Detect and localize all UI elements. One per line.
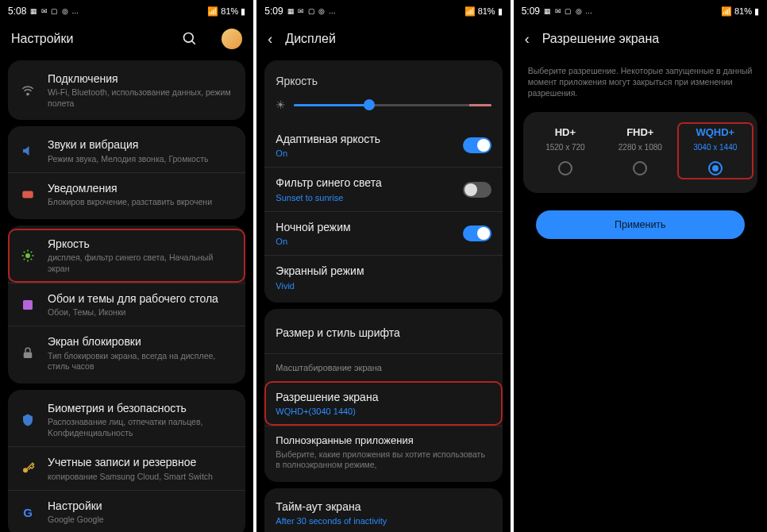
statusbar: 5:09 ▦ ✉ ▢ ◎ … 📶 81% ▮ — [256, 0, 510, 22]
settings-row-wifi[interactable]: Подключения Wi-Fi, Bluetooth, использова… — [8, 64, 245, 117]
svg-rect-14 — [24, 353, 33, 359]
row-sub: On — [276, 148, 451, 159]
row-sub: Режим звука, Мелодия звонка, Громкость — [48, 154, 234, 165]
lock-icon — [19, 346, 37, 360]
row-sub: Vivid — [276, 280, 491, 291]
radio-icon — [633, 161, 647, 175]
statusbar: 5:08 ▦ ✉ ▢ ◎ … 📶 81% ▮ — [0, 0, 253, 22]
row-title: Настройки — [48, 499, 234, 513]
resolution-option-fhd[interactable]: FHD+ 2280 x 1080 — [603, 123, 677, 179]
toggle[interactable] — [463, 182, 491, 198]
row-sub: дисплея, фильтр синего света, Начальный … — [48, 253, 234, 274]
resolution-option-wqhd[interactable]: WQHD+ 3040 x 1440 — [678, 123, 753, 179]
svg-point-0 — [184, 33, 194, 43]
row-sub: After 30 seconds of inactivity — [276, 515, 491, 526]
row-sub: Распознавание лиц, отпечатки пальцев, Ko… — [48, 417, 234, 438]
settings-row-key[interactable]: Учетные записи и резервное копирование S… — [8, 446, 245, 490]
page-title: Настройки — [11, 32, 169, 46]
row-sub: Обои, Темы, Иконки — [48, 307, 234, 318]
display-row[interactable]: Размер и стиль шрифта — [264, 312, 502, 353]
row-sub: Блокиров вкрочение, разставить вкрочени — [48, 197, 234, 208]
battery-icon: ▮ — [498, 6, 503, 17]
row-title: Размер и стиль шрифта — [276, 326, 491, 340]
settings-row-notif[interactable]: Уведомления Блокиров вкрочение, разстави… — [8, 172, 245, 216]
resolution-option-hd[interactable]: HD+ 1520 x 720 — [528, 123, 603, 179]
settings-row-google[interactable]: G Настройки Google Google — [8, 490, 245, 532]
svg-line-9 — [24, 252, 25, 253]
key-icon — [19, 461, 37, 476]
display-row[interactable]: Адаптивная яркостьOn — [264, 124, 502, 167]
display-row[interactable]: Полноэкранные приложенияВыберите, какие … — [264, 426, 502, 479]
svg-rect-3 — [22, 191, 33, 199]
row-title: Обои и темы для рабочего стола — [48, 291, 234, 306]
svg-line-10 — [31, 259, 33, 260]
brightness-slider[interactable] — [294, 104, 491, 106]
svg-point-4 — [25, 253, 30, 258]
settings-row-bright[interactable]: Яркость дисплея, фильтр синего света, На… — [8, 229, 245, 282]
battery-text: 81% — [478, 6, 495, 16]
row-title: Адаптивная яркость — [276, 132, 451, 146]
profile-avatar[interactable] — [222, 29, 242, 49]
status-icons-left: ▦ ✉ ▢ ◎ … — [544, 7, 593, 15]
battery-icon: ▮ — [241, 6, 245, 17]
row-title: Подключения — [48, 71, 234, 86]
settings-row-sound[interactable]: Звуки и вибрация Режим звука, Мелодия зв… — [8, 129, 245, 172]
row-sub: Google Google — [48, 515, 234, 526]
row-title: Звуки и вибрация — [48, 137, 234, 152]
display-row[interactable]: Фильтр синего светаSunset to sunrise — [264, 167, 502, 210]
resolution-options: HD+ 1520 x 720 FHD+ 2280 x 1080 WQHD+ 30… — [523, 112, 757, 193]
toggle[interactable] — [463, 226, 491, 241]
brightness-label: Яркость — [264, 64, 502, 91]
row-sub: Wi-Fi, Bluetooth, использование данных, … — [48, 87, 234, 109]
helper-text: Выберите разрешение. Некоторые запущенны… — [514, 56, 767, 112]
option-name: WQHD+ — [696, 126, 734, 138]
row-title: Учетные записи и резервное — [48, 455, 234, 469]
row-title: Разрешение экрана — [276, 390, 491, 404]
signal-icon: 📶 — [207, 6, 218, 17]
row-title: Биометрия и безопасность — [48, 401, 234, 415]
sound-icon — [19, 144, 37, 158]
display-row[interactable]: Экранный режимVivid — [264, 255, 502, 299]
display-row[interactable]: Ночной режимOn — [264, 211, 502, 255]
settings-row-bio[interactable]: Биометрия и безопасность Распознавание л… — [8, 393, 245, 446]
svg-line-12 — [24, 259, 25, 260]
option-dim: 2280 x 1080 — [619, 143, 662, 152]
search-icon[interactable] — [182, 31, 198, 47]
phone-resolution: 5:09 ▦ ✉ ▢ ◎ … 📶 81% ▮ ‹ Разрешение экра… — [514, 0, 767, 532]
battery-text: 81% — [734, 6, 752, 16]
header: ‹ Дисплей — [256, 22, 510, 56]
signal-icon: 📶 — [464, 6, 476, 17]
page-title: Разрешение экрана — [542, 32, 756, 46]
back-icon[interactable]: ‹ — [525, 31, 530, 48]
display-row[interactable]: Масштабирование экрана — [264, 353, 502, 381]
statusbar: 5:09 ▦ ✉ ▢ ◎ … 📶 81% ▮ — [514, 0, 767, 22]
status-icons-left: ▦ ✉ ▢ ◎ … — [30, 7, 79, 15]
settings-row-wall[interactable]: Обои и темы для рабочего стола Обои, Тем… — [8, 283, 245, 326]
battery-text: 81% — [221, 6, 238, 16]
toggle[interactable] — [463, 137, 491, 153]
svg-point-15 — [23, 468, 28, 473]
row-sub: копирование Samsung Cloud, Smart Switch — [48, 472, 234, 483]
sun-icon: ☀ — [276, 98, 286, 111]
notif-icon — [19, 187, 37, 202]
back-icon[interactable]: ‹ — [268, 31, 272, 48]
wifi-icon — [19, 83, 37, 98]
display-row[interactable]: Тайм-аут экранаAfter 30 seconds of inact… — [264, 492, 502, 532]
signal-icon: 📶 — [721, 6, 732, 17]
row-title: Яркость — [48, 237, 234, 251]
phone-settings: 5:08 ▦ ✉ ▢ ◎ … 📶 81% ▮ Настройки Подключ… — [0, 0, 253, 532]
header: Настройки — [0, 22, 253, 56]
radio-icon — [708, 161, 723, 175]
row-title: Уведомления — [48, 181, 234, 195]
settings-row-lock[interactable]: Экран блокировки Тип блокировки экрана, … — [8, 326, 245, 380]
row-sub: Тип блокировки экрана, всегда на дисплее… — [48, 351, 234, 372]
svg-line-11 — [31, 252, 33, 253]
svg-rect-13 — [23, 300, 33, 310]
apply-button[interactable]: Применить — [536, 210, 745, 239]
display-row[interactable]: Разрешение экранаWQHD+(3040 1440) — [264, 381, 502, 425]
phone-display: 5:09 ▦ ✉ ▢ ◎ … 📶 81% ▮ ‹ Дисплей Яркость… — [256, 0, 510, 532]
radio-icon — [558, 161, 572, 175]
option-name: FHD+ — [626, 126, 653, 138]
clock: 5:09 — [522, 6, 540, 17]
row-title: Экран блокировки — [48, 334, 234, 349]
